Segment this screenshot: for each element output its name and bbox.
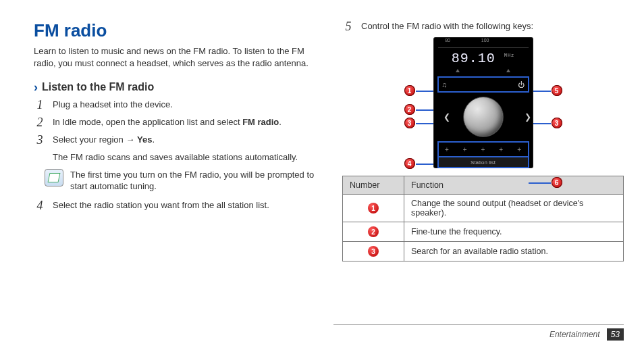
table-row: 1 Change the sound output (headset or de… xyxy=(343,195,624,222)
preset-slot: + xyxy=(517,146,521,153)
step-2: 2 In Idle mode, open the application lis… xyxy=(34,116,315,128)
step-3-note: The FM radio scans and saves available s… xyxy=(53,151,315,164)
fine-tune-row xyxy=(438,68,529,76)
page-number: 53 xyxy=(607,328,624,341)
table-row: 3 Search for an available radio station. xyxy=(343,242,624,261)
frequency-display: 89.10 MHz xyxy=(434,48,533,68)
row-badge: 1 xyxy=(368,203,379,214)
step-number: 4 xyxy=(34,199,46,211)
page-footer: Entertainment 53 xyxy=(549,328,624,341)
callout-2: 2 xyxy=(404,104,415,115)
step-text-bold: Yes xyxy=(137,134,152,145)
frequency-unit: MHz xyxy=(504,53,515,58)
tuning-dial xyxy=(463,97,504,137)
function-table: Number Function 1 Change the sound outpu… xyxy=(342,176,624,261)
scale-tick: 80 xyxy=(445,38,450,43)
step-number: 5 xyxy=(342,20,354,32)
col-number: Number xyxy=(343,176,404,195)
note-text: The first time you turn on the FM radio,… xyxy=(70,169,315,193)
step-5: 5 Control the FM radio with the followin… xyxy=(342,20,624,32)
right-column: 5 Control the FM radio with the followin… xyxy=(342,20,624,331)
preset-slot: + xyxy=(463,146,467,153)
preset-slot: + xyxy=(445,146,449,153)
col-function: Function xyxy=(404,176,624,195)
table-header-row: Number Function xyxy=(343,176,624,195)
radio-screen: 80 100 89.10 MHz ♫ ⏻ ❮ xyxy=(434,38,533,168)
section-name: Entertainment xyxy=(549,330,600,339)
dial-row: ❮ ❯ xyxy=(438,93,529,141)
step-body: Control the FM radio with the following … xyxy=(361,20,624,32)
step-text: . xyxy=(279,117,281,127)
tune-left-icon xyxy=(456,69,460,72)
step-body: Select the radio station you want from t… xyxy=(53,199,315,211)
seek-left-icon: ❮ xyxy=(442,112,452,122)
step-body: In Idle mode, open the application list … xyxy=(53,116,315,128)
row-function: Search for an available radio station. xyxy=(404,242,624,261)
chevron-right-icon: › xyxy=(34,81,38,93)
note-icon xyxy=(45,169,63,186)
fm-radio-illustration: 1 2 3 4 5 3 6 80 100 89.10 MHz xyxy=(419,38,547,168)
callout-5: 5 xyxy=(552,85,562,96)
step-number: 1 xyxy=(34,99,46,111)
headset-icon: ♫ xyxy=(442,81,448,89)
frequency-value: 89.10 xyxy=(452,51,495,66)
callout-3-right: 3 xyxy=(552,118,562,128)
step-3: 3 Select your region → Yes. xyxy=(34,134,315,146)
subheading: › Listen to the FM radio xyxy=(34,81,315,93)
callout-1: 1 xyxy=(404,85,415,96)
output-power-bar: ♫ ⏻ xyxy=(438,77,529,92)
step-text-bold: FM radio xyxy=(242,117,279,127)
page-title: FM radio xyxy=(34,20,315,41)
tune-right-icon xyxy=(506,69,510,72)
footer-rule xyxy=(333,324,624,325)
step-4: 4 Select the radio station you want from… xyxy=(34,199,315,211)
info-note: The first time you turn on the FM radio,… xyxy=(45,169,315,193)
step-number: 2 xyxy=(34,116,46,128)
row-function: Change the sound output (headset or devi… xyxy=(404,195,624,222)
step-body: Select your region → Yes. xyxy=(53,134,315,146)
callout-3-left: 3 xyxy=(404,118,415,128)
preset-slot: + xyxy=(499,146,503,153)
step-number: 3 xyxy=(34,134,46,146)
step-body: Plug a headset into the device. xyxy=(53,99,315,111)
row-badge: 2 xyxy=(368,226,379,237)
left-column: FM radio Learn to listen to music and ne… xyxy=(34,20,315,331)
subheading-text: Listen to the FM radio xyxy=(42,81,154,93)
callout-lead xyxy=(529,182,551,184)
table-row: 2 Fine-tune the frequency. xyxy=(343,222,624,242)
power-icon: ⏻ xyxy=(518,81,525,89)
scale-tick: 100 xyxy=(481,38,489,43)
step-text: . xyxy=(152,134,155,145)
callout-6: 6 xyxy=(552,177,562,188)
frequency-scale: 80 100 xyxy=(438,38,529,48)
step-text: In Idle mode, open the application list … xyxy=(53,117,242,127)
row-function: Fine-tune the frequency. xyxy=(404,222,624,242)
station-list-bar: Station list xyxy=(438,157,529,168)
step-text: Select your region → xyxy=(53,134,137,145)
step-1: 1 Plug a headset into the device. xyxy=(34,99,315,111)
callout-4: 4 xyxy=(404,158,415,169)
intro-text: Learn to listen to music and news on the… xyxy=(34,45,315,69)
seek-right-icon: ❯ xyxy=(523,112,533,122)
preset-slot: + xyxy=(481,146,485,153)
preset-row: + + + + + xyxy=(438,142,529,157)
row-badge: 3 xyxy=(368,246,379,257)
